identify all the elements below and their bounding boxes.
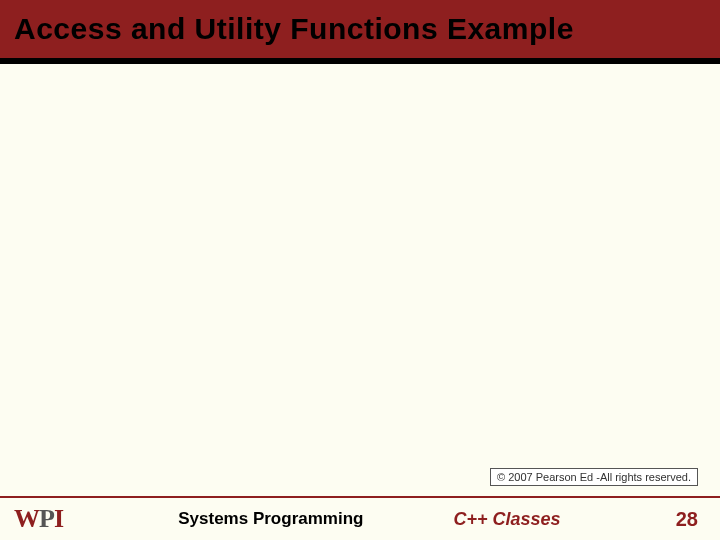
title-bar: Access and Utility Functions Example <box>0 0 720 64</box>
slide-title: Access and Utility Functions Example <box>14 12 574 46</box>
wpi-logo: WPI <box>14 504 63 534</box>
footer-center: Systems Programming C++ Classes <box>63 509 676 530</box>
footer-course: Systems Programming <box>178 509 363 529</box>
copyright-notice: © 2007 Pearson Ed -All rights reserved. <box>490 468 698 486</box>
slide-footer: WPI Systems Programming C++ Classes 28 <box>0 496 720 540</box>
slide-body <box>0 64 720 480</box>
logo-letter-p: P <box>39 504 54 534</box>
logo-letter-i: I <box>54 504 63 534</box>
logo-letter-w: W <box>14 504 39 534</box>
page-number: 28 <box>676 508 698 531</box>
footer-topic: C++ Classes <box>453 509 560 530</box>
